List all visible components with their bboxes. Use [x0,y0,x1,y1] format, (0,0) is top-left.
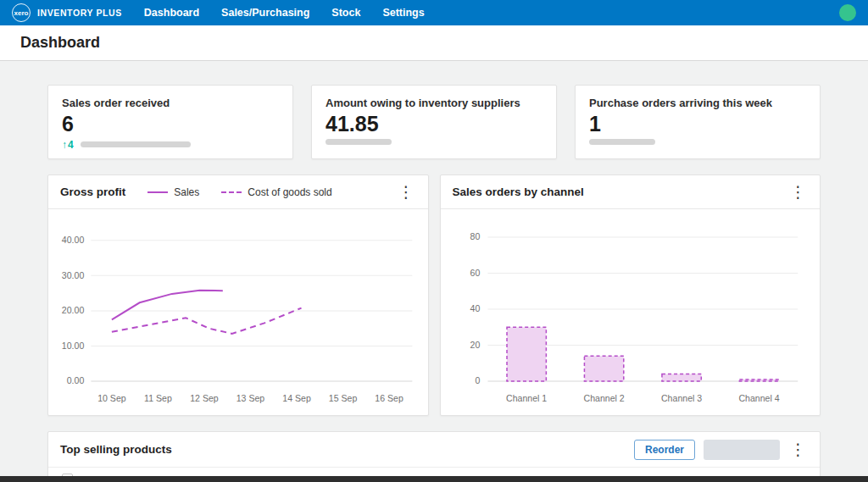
svg-text:0.00: 0.00 [67,376,85,386]
kpi-value: 1 [589,112,806,136]
svg-text:20.00: 20.00 [62,305,85,315]
xero-logo[interactable]: xero [12,3,31,22]
nav-item-dashboard[interactable]: Dashboard [144,7,199,19]
kpi-value: 6 [62,112,279,136]
svg-text:Channel 2: Channel 2 [583,393,624,403]
brand-name: INVENTORY PLUS [37,8,122,18]
products-actions: Reorder ⋮ [634,440,808,460]
svg-text:Channel 3: Channel 3 [660,393,701,403]
gross-profit-chart: 0.0010.0020.0030.0040.0010 Sep11 Sep12 S… [48,209,428,415]
kpi-footer: ↑ 4 [62,139,279,151]
solid-line-swatch-icon [147,191,168,193]
kpi-title: Amount owing to inventory suppliers [326,97,542,109]
page-header: Dashboard [0,25,868,61]
top-selling-products-card: Top selling products Reorder ⋮ SKU Name … [47,431,821,482]
kpi-title: Sales order received [62,97,279,109]
kpi-card-purchase-orders-arriving: Purchase orders arriving this week 1 [575,85,821,159]
top-nav: xero INVENTORY PLUS Dashboard Sales/Purc… [0,0,868,25]
kpi-title: Purchase orders arriving this week [589,97,806,109]
svg-text:40: 40 [470,304,480,314]
svg-text:15 Sep: 15 Sep [329,393,358,403]
kpi-delta: ↑ 4 [62,139,74,151]
dashed-line-swatch-icon [221,191,242,193]
svg-text:10 Sep: 10 Sep [97,393,126,403]
nav-item-settings[interactable]: Settings [382,7,424,19]
svg-text:80: 80 [470,232,480,242]
svg-text:Channel 4: Channel 4 [738,393,779,403]
svg-text:40.00: 40.00 [62,235,85,245]
kpi-footer [326,139,542,145]
svg-text:14 Sep: 14 Sep [282,393,311,403]
nav-item-sales-purchasing[interactable]: Sales/Purchasing [221,7,309,19]
svg-text:12 Sep: 12 Sep [190,393,219,403]
svg-text:30.00: 30.00 [62,270,85,280]
nav-item-stock[interactable]: Stock [331,7,360,19]
kpi-footer [589,139,806,145]
reorder-button[interactable]: Reorder [634,440,695,460]
disabled-action-button [704,440,780,460]
svg-text:Channel 1: Channel 1 [506,393,547,403]
kebab-menu-icon[interactable]: ⋮ [788,441,808,457]
user-avatar[interactable] [839,4,856,21]
svg-text:10.00: 10.00 [62,341,85,351]
trend-bar [589,139,655,145]
main-nav: Dashboard Sales/Purchasing Stock Setting… [144,7,425,19]
sales-by-channel-chart: 020406080Channel 1Channel 2Channel 3Chan… [441,209,821,415]
legend-label: Cost of goods sold [248,186,331,198]
chart-title: Sales orders by channel [453,186,584,198]
gross-profit-card-header: Gross profit Sales Cost of goods sold ⋮ [48,175,428,209]
svg-text:20: 20 [470,340,480,350]
products-title: Top selling products [60,443,172,456]
products-card-header: Top selling products Reorder ⋮ [48,432,820,468]
legend-item-sales: Sales [147,186,199,198]
kpi-value: 41.85 [326,112,542,136]
kpi-card-amount-owing: Amount owing to inventory suppliers 41.8… [311,85,557,159]
svg-text:11 Sep: 11 Sep [144,393,172,403]
up-arrow-icon: ↑ [62,139,67,151]
page-title: Dashboard [20,34,100,52]
chart-title: Gross profit [60,186,125,198]
kpi-row: Sales order received 6 ↑ 4 Amount owing … [47,85,821,159]
legend-label: Sales [174,186,199,198]
kpi-card-sales-orders-received: Sales order received 6 ↑ 4 [47,85,293,159]
svg-text:60: 60 [470,268,480,278]
kpi-delta-value: 4 [68,139,74,151]
chart-row: Gross profit Sales Cost of goods sold ⋮ … [47,175,821,416]
trend-bar [326,139,392,145]
xero-logo-text: xero [14,9,29,17]
legend-item-cogs: Cost of goods sold [221,186,331,198]
bottom-edge [0,476,868,482]
trend-bar [81,141,191,147]
kebab-menu-icon[interactable]: ⋮ [788,184,808,200]
dashboard-content: Sales order received 6 ↑ 4 Amount owing … [0,61,868,482]
kebab-menu-icon[interactable]: ⋮ [397,184,416,200]
gross-profit-card: Gross profit Sales Cost of goods sold ⋮ … [47,175,429,416]
svg-text:16 Sep: 16 Sep [375,393,403,403]
sales-by-channel-card: Sales orders by channel ⋮ 020406080Chann… [440,175,821,416]
svg-text:0: 0 [475,376,480,386]
svg-text:13 Sep: 13 Sep [236,393,265,403]
sales-by-channel-card-header: Sales orders by channel ⋮ [441,175,821,209]
